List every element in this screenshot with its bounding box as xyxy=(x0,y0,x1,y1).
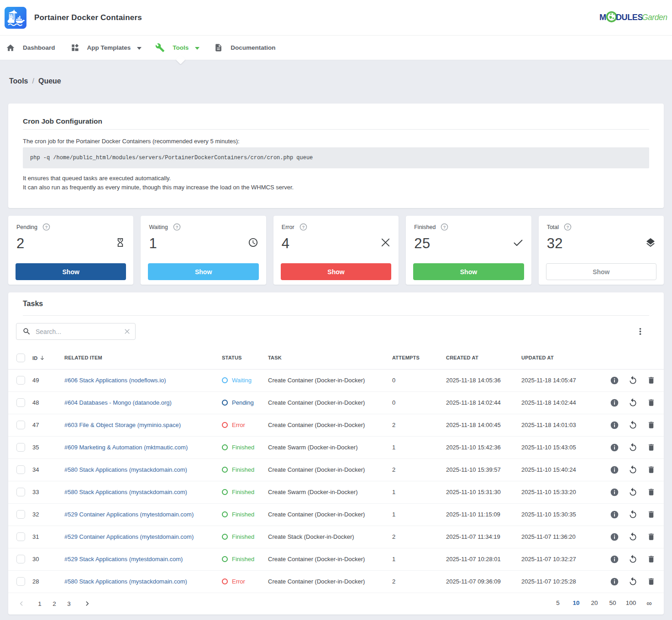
svg-text:DULES: DULES xyxy=(616,13,643,22)
svg-text:Garden: Garden xyxy=(642,13,667,22)
svg-text:?: ? xyxy=(45,225,48,229)
svg-text:?: ? xyxy=(175,225,178,229)
svg-text:?: ? xyxy=(302,225,304,229)
svg-text:?: ? xyxy=(567,225,569,229)
svg-text:?: ? xyxy=(443,225,446,229)
svg-text:M: M xyxy=(599,13,606,22)
